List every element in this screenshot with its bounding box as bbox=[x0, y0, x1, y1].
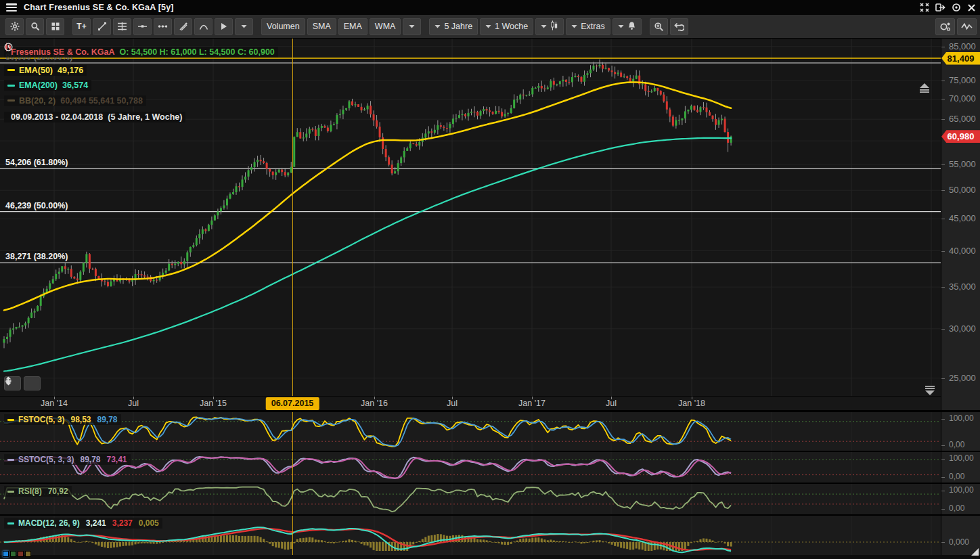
undo-button[interactable] bbox=[670, 18, 688, 35]
fibonacci-tool-button[interactable] bbox=[113, 18, 131, 35]
cursor-date-badge: 06.07.2015 bbox=[266, 397, 319, 410]
rsi-value: 70,92 bbox=[48, 487, 68, 496]
fstoc-value-d: 89,78 bbox=[97, 415, 118, 424]
wma-button[interactable]: WMA bbox=[370, 18, 401, 35]
bb-label: BB(20, 2) bbox=[19, 96, 55, 106]
price-tick bbox=[941, 378, 945, 379]
price-tick bbox=[941, 190, 945, 191]
indicator-tick bbox=[941, 509, 945, 510]
fstoc-label: FSTOC(5, 3) bbox=[18, 415, 64, 424]
window-title: Chart Fresenius SE & Co. KGaA [5y] bbox=[24, 3, 174, 12]
indicator-tick bbox=[941, 445, 945, 446]
date-range-detail: (5 Jahre, 1 Woche) bbox=[108, 112, 182, 122]
bb-values: 60,494 55,641 50,788 bbox=[60, 96, 143, 106]
bell-icon bbox=[627, 21, 636, 32]
ema50-label: EMA(50) bbox=[19, 66, 53, 75]
rsi-label: RSI(8) bbox=[18, 487, 42, 496]
menu-hamburger-icon[interactable] bbox=[6, 3, 17, 12]
resize-handle[interactable] bbox=[971, 548, 979, 556]
macd-value: 3,241 bbox=[86, 518, 106, 528]
period-select[interactable]: 5 Jahre bbox=[429, 18, 478, 35]
color-swatch-olive[interactable] bbox=[25, 551, 31, 557]
ema-button[interactable]: EMA bbox=[338, 18, 368, 35]
interval-select[interactable]: 1 Woche bbox=[480, 18, 533, 35]
indicator-bubbles-button[interactable] bbox=[935, 18, 955, 35]
color-swatch-blue[interactable] bbox=[3, 551, 9, 557]
pulse-chart-button[interactable] bbox=[957, 18, 977, 35]
time-axis-label: Jul bbox=[447, 399, 458, 408]
price-tick bbox=[941, 81, 945, 81]
price-axis-label: 30,000 bbox=[949, 323, 976, 334]
ohlc-values: O: 54,500 H: 61,000 L: 54,500 C: 60,900 bbox=[120, 47, 275, 57]
rsi-legend: RSI(8) 70,92 bbox=[4, 486, 72, 497]
toolbar: T+ Volumen SMA EMA WMA 5 Jahre 1 Woche E… bbox=[0, 15, 980, 39]
sstoc-panel[interactable]: SSTOC(5, 3, 3) 89,78 73,41 bbox=[0, 452, 941, 483]
zoom-in-button[interactable] bbox=[650, 18, 668, 35]
price-axis-label: 40,000 bbox=[949, 246, 976, 256]
expand-window-icon[interactable] bbox=[920, 3, 929, 12]
arrow-tool-button[interactable] bbox=[215, 18, 233, 35]
trendline-tool-button[interactable] bbox=[93, 18, 111, 35]
settings-gear-button[interactable] bbox=[5, 18, 24, 35]
volumen-button[interactable]: Volumen bbox=[261, 18, 305, 35]
macd-zero-axis-label: 0,000 bbox=[949, 537, 969, 547]
price-axis[interactable]: 85,00075,00070,00065,00055,00050,00045,0… bbox=[941, 39, 980, 559]
fstoc-panel[interactable]: FSTOC(5, 3) 98,53 89,78 bbox=[0, 412, 941, 451]
indicator-tick bbox=[941, 491, 945, 491]
candlestick-type-icon bbox=[550, 20, 558, 32]
period-label: 5 Jahre bbox=[444, 22, 472, 31]
cursor-crosshair-line bbox=[292, 39, 293, 555]
extras-select[interactable]: Extras bbox=[566, 18, 610, 35]
price-axis-label: 35,000 bbox=[949, 282, 976, 292]
ema50-value: 49,176 bbox=[58, 66, 83, 75]
color-swatch-green[interactable] bbox=[10, 551, 16, 557]
fstoc-value-k: 98,53 bbox=[70, 415, 91, 424]
rsi-panel[interactable]: RSI(8) 70,92 bbox=[0, 484, 941, 514]
macd-panel[interactable]: MACD(12, 26, 9) 3,241 3,237 0,005 bbox=[0, 516, 941, 555]
indicator-tick bbox=[941, 419, 945, 420]
price-badge: 81,409 bbox=[941, 52, 980, 65]
arc-tool-button[interactable] bbox=[194, 18, 213, 35]
main-price-chart[interactable]: 80,000 (100.00%)54,206 (61.80%)46,239 (5… bbox=[0, 39, 941, 396]
price-axis-label: 70,000 bbox=[949, 93, 976, 104]
fib-level-label: 38,271 (38.20%) bbox=[5, 252, 68, 261]
text-tool-button[interactable]: T+ bbox=[72, 18, 91, 35]
color-swatch-red[interactable] bbox=[18, 551, 24, 557]
price-axis-label: 75,000 bbox=[949, 75, 976, 85]
target-icon[interactable] bbox=[952, 3, 961, 12]
macd-histogram bbox=[3, 534, 732, 551]
wma-label: WMA bbox=[375, 22, 396, 31]
pencil-tool-button[interactable] bbox=[174, 18, 192, 35]
expand-vertical-button[interactable] bbox=[24, 376, 41, 390]
sstoc-legend: SSTOC(5, 3, 3) 89,78 73,41 bbox=[4, 454, 131, 465]
export-icon[interactable] bbox=[935, 3, 945, 12]
indicators-dropdown[interactable] bbox=[403, 18, 421, 35]
indicator-tick bbox=[941, 542, 945, 543]
search-button[interactable] bbox=[26, 18, 44, 35]
price-tick bbox=[941, 99, 945, 99]
time-axis-label: Jul bbox=[128, 399, 139, 408]
symbol-name: Fresenius SE & Co. KGaA bbox=[11, 47, 115, 57]
price-axis-label: 55,000 bbox=[949, 159, 976, 169]
close-icon[interactable] bbox=[967, 3, 976, 12]
time-axis-label: Jan '15 bbox=[200, 399, 227, 408]
ema50-series-icon bbox=[7, 69, 15, 71]
sma-button[interactable]: SMA bbox=[307, 18, 336, 35]
chart-type-select[interactable] bbox=[535, 18, 564, 35]
price-tick bbox=[941, 47, 945, 47]
dotted-line-tool-button[interactable] bbox=[154, 18, 172, 35]
chart-legend: Fresenius SE & Co. KGaA O: 54,500 H: 61,… bbox=[4, 43, 278, 124]
indicator-axis-label: 100,00 bbox=[949, 413, 974, 423]
text-tool-label: T+ bbox=[76, 22, 86, 31]
date-range: 09.09.2013 - 02.04.2018 bbox=[11, 112, 103, 122]
sstoc-series-icon bbox=[7, 459, 14, 461]
indicator-axis-label: 0,00 bbox=[949, 440, 964, 449]
layout-grid-button[interactable] bbox=[46, 18, 64, 35]
drawing-tools-dropdown[interactable] bbox=[235, 18, 253, 35]
horizontal-line-tool-button[interactable] bbox=[133, 18, 152, 35]
ema200-series-icon bbox=[7, 85, 15, 87]
time-axis-label: Jan '14 bbox=[41, 399, 68, 408]
extras-label: Extras bbox=[581, 22, 604, 31]
alerts-select[interactable] bbox=[612, 18, 642, 35]
indicator-tick bbox=[941, 459, 945, 460]
